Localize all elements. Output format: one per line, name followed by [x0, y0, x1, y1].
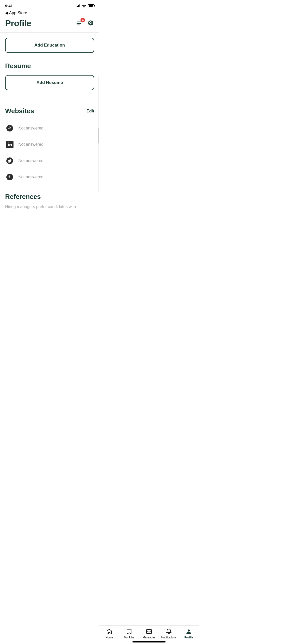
status-bar: 9:41 — [0, 0, 99, 9]
resume-section-header: Resume — [5, 62, 94, 70]
linkedin-value: Not answered — [18, 142, 44, 147]
back-nav[interactable]: ◀ App Store — [0, 9, 99, 16]
scroll-track[interactable] — [98, 76, 99, 192]
websites-edit-button[interactable]: Edit — [87, 109, 94, 113]
resume-section: Resume Add Resume — [5, 62, 94, 99]
url-value: Not answered — [18, 126, 44, 130]
scroll-thumb — [98, 128, 99, 143]
references-section-title: References — [5, 193, 94, 201]
website-item-facebook: Not answered — [5, 169, 94, 185]
status-icons — [76, 4, 94, 8]
list-icon-button[interactable]: 4 — [75, 19, 84, 28]
link-icon — [5, 124, 14, 133]
linkedin-icon — [5, 140, 14, 149]
status-time: 9:41 — [5, 4, 13, 8]
references-subtitle: Hiring managers prefer candidates with — [5, 204, 94, 210]
header: Profile 4 — [0, 16, 99, 32]
website-item-url: Not answered — [5, 120, 94, 136]
add-resume-button[interactable]: Add Resume — [5, 75, 94, 90]
facebook-value: Not answered — [18, 175, 44, 179]
notification-badge: 4 — [80, 18, 85, 22]
page-title: Profile — [5, 18, 31, 28]
website-item-twitter: Not answered — [5, 153, 94, 169]
wifi-icon — [82, 4, 86, 8]
websites-section-header: Websites Edit — [5, 107, 94, 115]
twitter-icon — [5, 156, 14, 165]
facebook-icon — [5, 172, 14, 182]
websites-section: Websites Edit Not answered Not — [5, 107, 94, 185]
websites-section-title: Websites — [5, 107, 34, 115]
references-section: References Hiring managers prefer candid… — [0, 193, 99, 210]
add-education-button[interactable]: Add Education — [5, 38, 94, 53]
resume-section-title: Resume — [5, 62, 31, 70]
gear-icon — [87, 20, 94, 27]
header-actions: 4 — [75, 19, 94, 28]
twitter-value: Not answered — [18, 158, 44, 163]
main-content: Add Education Resume Add Resume Websites… — [0, 33, 99, 185]
website-item-linkedin: Not answered — [5, 136, 94, 153]
battery-icon — [88, 4, 94, 7]
settings-button[interactable] — [87, 20, 94, 27]
back-nav-text[interactable]: ◀ App Store — [5, 10, 27, 15]
signal-icon — [76, 4, 80, 7]
